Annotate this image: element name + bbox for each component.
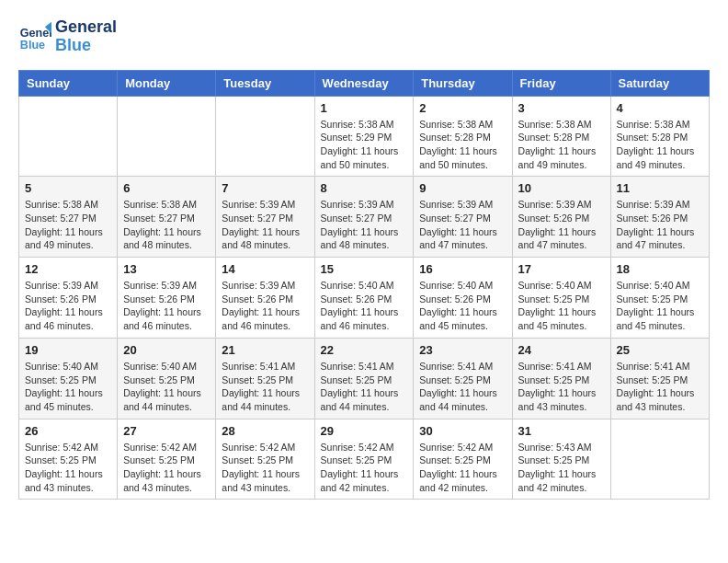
svg-text:Blue: Blue xyxy=(20,38,45,51)
day-number: 6 xyxy=(123,181,210,195)
day-number: 17 xyxy=(518,262,605,276)
day-number: 15 xyxy=(321,262,408,276)
day-number: 5 xyxy=(25,181,111,195)
day-info: Sunrise: 5:38 AM Sunset: 5:27 PM Dayligh… xyxy=(25,198,111,252)
day-number: 9 xyxy=(419,181,506,195)
calendar-cell: 28Sunrise: 5:42 AM Sunset: 5:25 PM Dayli… xyxy=(216,419,314,500)
day-number: 30 xyxy=(419,424,506,438)
day-info: Sunrise: 5:39 AM Sunset: 5:27 PM Dayligh… xyxy=(321,198,408,252)
day-info: Sunrise: 5:41 AM Sunset: 5:25 PM Dayligh… xyxy=(321,360,408,414)
day-info: Sunrise: 5:38 AM Sunset: 5:27 PM Dayligh… xyxy=(123,198,210,252)
calendar-cell xyxy=(216,96,314,177)
weekday-header-wednesday: Wednesday xyxy=(314,70,414,96)
calendar-cell: 26Sunrise: 5:42 AM Sunset: 5:25 PM Dayli… xyxy=(19,419,118,500)
day-number: 13 xyxy=(123,262,210,276)
calendar-cell: 31Sunrise: 5:43 AM Sunset: 5:25 PM Dayli… xyxy=(512,419,610,500)
day-number: 19 xyxy=(25,343,111,357)
day-number: 2 xyxy=(419,101,506,115)
day-info: Sunrise: 5:41 AM Sunset: 5:25 PM Dayligh… xyxy=(222,360,308,414)
day-number: 11 xyxy=(617,181,703,195)
calendar-week-row: 26Sunrise: 5:42 AM Sunset: 5:25 PM Dayli… xyxy=(19,419,710,500)
calendar-cell: 11Sunrise: 5:39 AM Sunset: 5:26 PM Dayli… xyxy=(610,177,709,258)
calendar-cell: 24Sunrise: 5:41 AM Sunset: 5:25 PM Dayli… xyxy=(512,338,610,419)
calendar-cell: 21Sunrise: 5:41 AM Sunset: 5:25 PM Dayli… xyxy=(216,338,314,419)
day-info: Sunrise: 5:40 AM Sunset: 5:25 PM Dayligh… xyxy=(518,279,605,333)
day-number: 3 xyxy=(518,101,605,115)
logo-icon: General Blue xyxy=(18,20,51,53)
day-number: 14 xyxy=(222,262,308,276)
calendar-cell: 3Sunrise: 5:38 AM Sunset: 5:28 PM Daylig… xyxy=(512,96,610,177)
calendar-cell: 15Sunrise: 5:40 AM Sunset: 5:26 PM Dayli… xyxy=(314,258,414,339)
weekday-header-monday: Monday xyxy=(118,70,216,96)
day-info: Sunrise: 5:38 AM Sunset: 5:29 PM Dayligh… xyxy=(321,118,408,172)
day-number: 16 xyxy=(419,262,506,276)
calendar-cell: 5Sunrise: 5:38 AM Sunset: 5:27 PM Daylig… xyxy=(19,177,118,258)
day-info: Sunrise: 5:42 AM Sunset: 5:25 PM Dayligh… xyxy=(123,441,210,495)
day-number: 4 xyxy=(617,101,703,115)
day-info: Sunrise: 5:40 AM Sunset: 5:26 PM Dayligh… xyxy=(321,279,408,333)
day-info: Sunrise: 5:39 AM Sunset: 5:26 PM Dayligh… xyxy=(123,279,210,333)
day-number: 18 xyxy=(617,262,703,276)
day-number: 10 xyxy=(518,181,605,195)
calendar-cell: 2Sunrise: 5:38 AM Sunset: 5:28 PM Daylig… xyxy=(414,96,512,177)
day-number: 27 xyxy=(123,424,210,438)
day-info: Sunrise: 5:39 AM Sunset: 5:26 PM Dayligh… xyxy=(25,279,111,333)
day-info: Sunrise: 5:38 AM Sunset: 5:28 PM Dayligh… xyxy=(617,118,703,172)
calendar-cell: 7Sunrise: 5:39 AM Sunset: 5:27 PM Daylig… xyxy=(216,177,314,258)
calendar-week-row: 19Sunrise: 5:40 AM Sunset: 5:25 PM Dayli… xyxy=(19,338,710,419)
calendar-cell: 9Sunrise: 5:39 AM Sunset: 5:27 PM Daylig… xyxy=(414,177,512,258)
day-number: 31 xyxy=(518,424,605,438)
calendar-cell: 30Sunrise: 5:42 AM Sunset: 5:25 PM Dayli… xyxy=(414,419,512,500)
day-info: Sunrise: 5:39 AM Sunset: 5:27 PM Dayligh… xyxy=(419,198,506,252)
day-number: 23 xyxy=(419,343,506,357)
weekday-header-sunday: Sunday xyxy=(19,70,118,96)
logo-blue: Blue xyxy=(55,37,117,55)
weekday-header-tuesday: Tuesday xyxy=(216,70,314,96)
day-info: Sunrise: 5:39 AM Sunset: 5:26 PM Dayligh… xyxy=(222,279,308,333)
day-info: Sunrise: 5:41 AM Sunset: 5:25 PM Dayligh… xyxy=(419,360,506,414)
calendar-cell: 14Sunrise: 5:39 AM Sunset: 5:26 PM Dayli… xyxy=(216,258,314,339)
calendar-cell: 17Sunrise: 5:40 AM Sunset: 5:25 PM Dayli… xyxy=(512,258,610,339)
calendar-cell: 23Sunrise: 5:41 AM Sunset: 5:25 PM Dayli… xyxy=(414,338,512,419)
day-info: Sunrise: 5:41 AM Sunset: 5:25 PM Dayligh… xyxy=(518,360,605,414)
calendar-cell: 18Sunrise: 5:40 AM Sunset: 5:25 PM Dayli… xyxy=(610,258,709,339)
calendar-cell: 20Sunrise: 5:40 AM Sunset: 5:25 PM Dayli… xyxy=(118,338,216,419)
day-info: Sunrise: 5:41 AM Sunset: 5:25 PM Dayligh… xyxy=(617,360,703,414)
day-info: Sunrise: 5:38 AM Sunset: 5:28 PM Dayligh… xyxy=(518,118,605,172)
day-number: 12 xyxy=(25,262,111,276)
calendar-week-row: 1Sunrise: 5:38 AM Sunset: 5:29 PM Daylig… xyxy=(19,96,710,177)
calendar-cell: 12Sunrise: 5:39 AM Sunset: 5:26 PM Dayli… xyxy=(19,258,118,339)
day-number: 26 xyxy=(25,424,111,438)
day-number: 24 xyxy=(518,343,605,357)
calendar-cell: 1Sunrise: 5:38 AM Sunset: 5:29 PM Daylig… xyxy=(314,96,414,177)
day-info: Sunrise: 5:39 AM Sunset: 5:27 PM Dayligh… xyxy=(222,198,308,252)
logo-general: General xyxy=(55,18,117,37)
day-number: 29 xyxy=(321,424,408,438)
day-info: Sunrise: 5:40 AM Sunset: 5:26 PM Dayligh… xyxy=(419,279,506,333)
day-info: Sunrise: 5:42 AM Sunset: 5:25 PM Dayligh… xyxy=(25,441,111,495)
calendar-cell: 29Sunrise: 5:42 AM Sunset: 5:25 PM Dayli… xyxy=(314,419,414,500)
day-info: Sunrise: 5:42 AM Sunset: 5:25 PM Dayligh… xyxy=(419,441,506,495)
day-info: Sunrise: 5:39 AM Sunset: 5:26 PM Dayligh… xyxy=(518,198,605,252)
calendar-cell: 10Sunrise: 5:39 AM Sunset: 5:26 PM Dayli… xyxy=(512,177,610,258)
calendar-cell: 25Sunrise: 5:41 AM Sunset: 5:25 PM Dayli… xyxy=(610,338,709,419)
day-info: Sunrise: 5:40 AM Sunset: 5:25 PM Dayligh… xyxy=(25,360,111,414)
day-info: Sunrise: 5:42 AM Sunset: 5:25 PM Dayligh… xyxy=(222,441,308,495)
weekday-header-thursday: Thursday xyxy=(414,70,512,96)
calendar-cell: 16Sunrise: 5:40 AM Sunset: 5:26 PM Dayli… xyxy=(414,258,512,339)
weekday-header-row: SundayMondayTuesdayWednesdayThursdayFrid… xyxy=(19,70,710,96)
calendar-cell: 27Sunrise: 5:42 AM Sunset: 5:25 PM Dayli… xyxy=(118,419,216,500)
day-number: 25 xyxy=(617,343,703,357)
calendar-table: SundayMondayTuesdayWednesdayThursdayFrid… xyxy=(18,70,710,500)
day-info: Sunrise: 5:40 AM Sunset: 5:25 PM Dayligh… xyxy=(123,360,210,414)
day-number: 20 xyxy=(123,343,210,357)
calendar-cell: 6Sunrise: 5:38 AM Sunset: 5:27 PM Daylig… xyxy=(118,177,216,258)
day-info: Sunrise: 5:43 AM Sunset: 5:25 PM Dayligh… xyxy=(518,441,605,495)
calendar-cell xyxy=(19,96,118,177)
day-number: 21 xyxy=(222,343,308,357)
day-info: Sunrise: 5:40 AM Sunset: 5:25 PM Dayligh… xyxy=(617,279,703,333)
calendar-cell: 4Sunrise: 5:38 AM Sunset: 5:28 PM Daylig… xyxy=(610,96,709,177)
page-header: General Blue General Blue xyxy=(18,18,710,55)
weekday-header-saturday: Saturday xyxy=(610,70,709,96)
calendar-cell: 19Sunrise: 5:40 AM Sunset: 5:25 PM Dayli… xyxy=(19,338,118,419)
